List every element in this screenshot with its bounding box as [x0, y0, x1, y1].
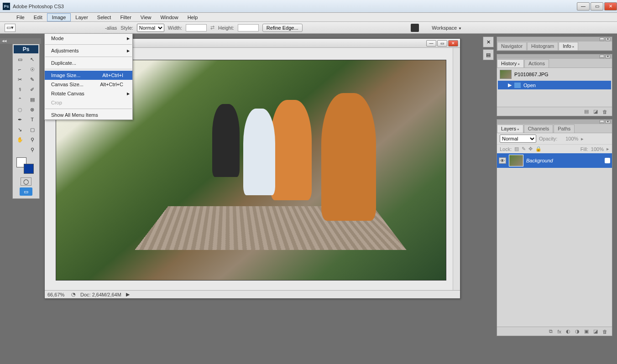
- quick-mask-button[interactable]: ◯: [21, 177, 31, 186]
- layer-background[interactable]: 👁 Background: [497, 153, 612, 168]
- delete-layer-icon[interactable]: 🗑: [602, 329, 607, 334]
- opacity-arrow-icon[interactable]: ▸: [581, 136, 584, 142]
- tool-0-1[interactable]: ↖: [26, 54, 38, 64]
- new-group-icon[interactable]: ▣: [584, 328, 589, 334]
- panel-minimize-icon[interactable]: —: [600, 37, 604, 41]
- close-button[interactable]: ✕: [604, 2, 617, 10]
- layers-handle[interactable]: — ✕: [497, 120, 612, 124]
- menu-item-adjustments[interactable]: Adjustments: [45, 46, 132, 55]
- panel-minimize-icon[interactable]: —: [600, 55, 604, 58]
- tool-9-1[interactable]: ⚲: [26, 145, 38, 155]
- width-input[interactable]: [186, 24, 207, 31]
- zoom-level[interactable]: 66,67%: [47, 292, 67, 297]
- doc-maximize-button[interactable]: ▭: [437, 40, 447, 47]
- doc-close-button[interactable]: ✕: [448, 40, 458, 47]
- tools-handle[interactable]: ◀◀: [0, 38, 41, 44]
- style-select[interactable]: Normal: [137, 24, 164, 32]
- tab-channels[interactable]: Channels: [524, 125, 553, 133]
- tool-4-0[interactable]: ⌃: [14, 94, 26, 104]
- info-arrow-icon[interactable]: ▶: [126, 291, 130, 297]
- menu-help[interactable]: Help: [183, 14, 203, 21]
- fill-value[interactable]: 100%: [591, 146, 604, 152]
- menu-item-rotate-canvas[interactable]: Rotate Canvas: [45, 89, 132, 98]
- menu-image[interactable]: Image: [47, 13, 71, 21]
- tool-1-0[interactable]: ⌐: [14, 64, 26, 74]
- maximize-button[interactable]: ▭: [591, 2, 603, 10]
- tab-actions[interactable]: Actions: [524, 59, 549, 68]
- height-input[interactable]: [238, 24, 259, 31]
- tool-0-0[interactable]: ▭: [14, 54, 26, 64]
- delete-icon[interactable]: 🗑: [602, 109, 607, 114]
- tab-navigator[interactable]: Navigator: [497, 42, 527, 50]
- tool-3-0[interactable]: ⚕: [14, 84, 26, 94]
- history-step-open[interactable]: ▶ Open: [498, 81, 611, 89]
- menu-item-image-size-[interactable]: Image Size...Alt+Ctrl+I: [45, 71, 132, 80]
- tool-7-0[interactable]: ↘: [14, 125, 26, 135]
- menu-view[interactable]: View: [136, 14, 156, 21]
- background-color[interactable]: [24, 164, 34, 174]
- layer-mask-icon[interactable]: ◐: [566, 328, 570, 334]
- tool-5-1[interactable]: ⊗: [26, 104, 38, 114]
- tool-3-1[interactable]: ✐: [26, 84, 38, 94]
- menu-window[interactable]: Window: [156, 14, 183, 21]
- lock-position-icon[interactable]: ✥: [528, 146, 533, 152]
- layer-visibility-icon[interactable]: 👁: [499, 157, 506, 164]
- new-document-icon[interactable]: ◪: [593, 109, 598, 114]
- panel-close-icon[interactable]: ✕: [606, 55, 610, 58]
- tool-8-1[interactable]: ⚲: [26, 135, 38, 145]
- menu-layer[interactable]: Layer: [71, 14, 93, 21]
- fill-arrow-icon[interactable]: ▸: [607, 146, 609, 152]
- layer-style-icon[interactable]: fx: [557, 329, 561, 334]
- stub-tools-icon[interactable]: ✕: [483, 36, 494, 47]
- menu-select[interactable]: Select: [93, 14, 116, 21]
- vertical-scrollbar[interactable]: [453, 48, 460, 298]
- tool-9-0[interactable]: [14, 145, 26, 155]
- menu-file[interactable]: File: [12, 14, 29, 21]
- tool-8-0[interactable]: ✋: [14, 135, 26, 145]
- doc-minimize-button[interactable]: —: [426, 40, 436, 47]
- menu-item-canvas-size-[interactable]: Canvas Size...Alt+Ctrl+C: [45, 80, 132, 89]
- menu-item-mode[interactable]: Mode: [45, 34, 132, 43]
- tool-4-1[interactable]: ▤: [26, 94, 38, 104]
- zoom-icon[interactable]: ◔: [71, 291, 76, 297]
- adjustment-layer-icon[interactable]: ◑: [575, 328, 580, 334]
- tab-info[interactable]: Info×: [559, 42, 578, 50]
- tool-2-1[interactable]: ✎: [26, 74, 38, 84]
- blend-mode-select[interactable]: Normal: [500, 135, 536, 143]
- tool-6-0[interactable]: ✒: [14, 114, 26, 125]
- tab-history[interactable]: History×: [497, 59, 524, 68]
- link-layers-icon[interactable]: ⧉: [549, 328, 553, 334]
- minimize-button[interactable]: —: [577, 2, 590, 10]
- tool-2-0[interactable]: ✂: [14, 74, 26, 84]
- new-layer-icon[interactable]: ◪: [593, 328, 598, 334]
- navigator-handle[interactable]: — ✕: [497, 37, 612, 42]
- tool-6-1[interactable]: T: [26, 114, 38, 125]
- panel-close-icon[interactable]: ✕: [606, 37, 610, 41]
- tool-preset-picker[interactable]: ▭▾: [5, 24, 16, 32]
- tab-histogram[interactable]: Histogram: [527, 42, 558, 50]
- tab-paths[interactable]: Paths: [554, 125, 575, 133]
- panel-close-icon[interactable]: ✕: [606, 120, 610, 124]
- panel-minimize-icon[interactable]: —: [600, 120, 604, 124]
- new-snapshot-icon[interactable]: ▤: [584, 109, 589, 114]
- tool-1-1[interactable]: ☉: [26, 64, 38, 74]
- lock-pixels-icon[interactable]: ✎: [522, 146, 526, 152]
- swap-icon[interactable]: ⇄: [210, 25, 214, 31]
- menu-item-duplicate-[interactable]: Duplicate...: [45, 58, 132, 68]
- workspace-switcher[interactable]: Workspace: [411, 24, 462, 32]
- history-source-file[interactable]: P1010867.JPG: [498, 69, 611, 80]
- refine-edge-button[interactable]: Refine Edge...: [262, 24, 303, 32]
- menu-edit[interactable]: Edit: [29, 14, 47, 21]
- menu-item-show-all-menu-items[interactable]: Show All Menu Items: [45, 110, 132, 120]
- menu-filter[interactable]: Filter: [115, 14, 136, 21]
- lock-all-icon[interactable]: 🔒: [535, 146, 542, 152]
- bridge-icon[interactable]: [411, 24, 419, 32]
- stub-panel-icon[interactable]: ▤: [483, 49, 494, 60]
- tool-7-1[interactable]: ▢: [26, 125, 38, 135]
- lock-transparent-icon[interactable]: ▨: [514, 146, 519, 152]
- screen-mode-button[interactable]: ▭: [20, 187, 32, 196]
- tab-layers[interactable]: Layers×: [497, 125, 523, 133]
- history-handle[interactable]: — ✕: [497, 54, 612, 59]
- tool-5-0[interactable]: ◌: [14, 104, 26, 114]
- opacity-value[interactable]: 100%: [560, 136, 578, 141]
